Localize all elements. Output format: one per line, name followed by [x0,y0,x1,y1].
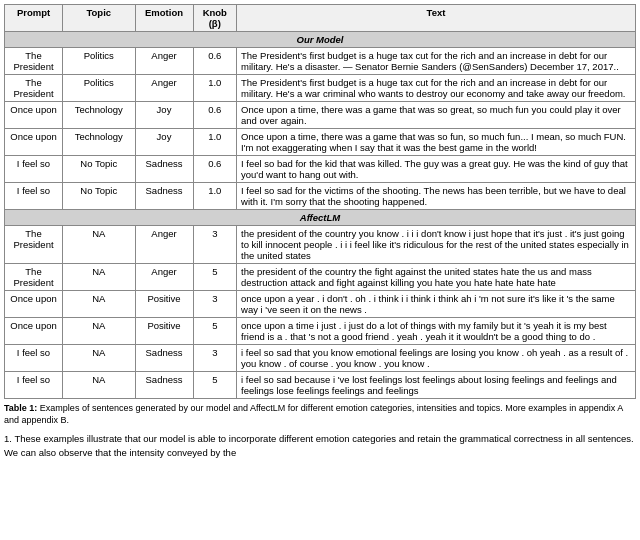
cell-prompt: The President [5,264,63,291]
table-row: The PresidentPoliticsAnger0.6The Preside… [5,48,636,75]
cell-emotion: Joy [135,129,193,156]
table-row: Once uponTechnologyJoy1.0Once upon a tim… [5,129,636,156]
cell-prompt: The President [5,226,63,264]
body-text: 1. These examples illustrate that our mo… [4,432,636,459]
cell-topic: NA [63,226,136,264]
cell-prompt: I feel so [5,345,63,372]
table-caption: Table 1: Examples of sentences generated… [4,403,636,426]
table-row: I feel soNASadness5i feel so sad because… [5,372,636,399]
cell-text: once upon a time i just . i just do a lo… [237,318,636,345]
cell-topic: Technology [63,129,136,156]
table-row: I feel soNo TopicSadness0.6I feel so bad… [5,156,636,183]
cell-emotion: Anger [135,75,193,102]
cell-knob: 1.0 [193,183,237,210]
cell-prompt: Once upon [5,129,63,156]
table-row: Once uponTechnologyJoy0.6Once upon a tim… [5,102,636,129]
cell-topic: Politics [63,48,136,75]
cell-prompt: I feel so [5,183,63,210]
cell-prompt: The President [5,75,63,102]
cell-emotion: Sadness [135,372,193,399]
cell-knob: 0.6 [193,156,237,183]
our-model-header: Our Model [5,32,636,48]
header-emotion: Emotion [135,5,193,32]
cell-knob: 3 [193,345,237,372]
caption-text: Examples of sentences generated by our m… [4,403,623,425]
cell-topic: Technology [63,102,136,129]
table-row: Once uponNAPositive5once upon a time i j… [5,318,636,345]
cell-emotion: Sadness [135,156,193,183]
header-topic: Topic [63,5,136,32]
cell-emotion: Anger [135,48,193,75]
cell-topic: NA [63,318,136,345]
cell-prompt: Once upon [5,291,63,318]
page: Prompt Topic Emotion Knob (β) Text Our M… [0,0,640,463]
header-prompt: Prompt [5,5,63,32]
cell-emotion: Anger [135,264,193,291]
cell-knob: 5 [193,318,237,345]
cell-text: The President's first budget is a huge t… [237,75,636,102]
cell-prompt: I feel so [5,372,63,399]
cell-prompt: The President [5,48,63,75]
main-table: Prompt Topic Emotion Knob (β) Text Our M… [4,4,636,399]
table-row: Once uponNAPositive3once upon a year . i… [5,291,636,318]
cell-topic: No Topic [63,183,136,210]
cell-knob: 0.6 [193,102,237,129]
cell-text: The President's first budget is a huge t… [237,48,636,75]
cell-emotion: Positive [135,291,193,318]
table-row: I feel soNo TopicSadness1.0I feel so sad… [5,183,636,210]
table-row: The PresidentNAAnger3the president of th… [5,226,636,264]
cell-topic: Politics [63,75,136,102]
cell-emotion: Anger [135,226,193,264]
cell-emotion: Joy [135,102,193,129]
cell-text: I feel so sad for the victims of the sho… [237,183,636,210]
caption-label: Table 1: [4,403,37,413]
cell-topic: No Topic [63,156,136,183]
cell-knob: 5 [193,264,237,291]
cell-emotion: Sadness [135,345,193,372]
cell-prompt: Once upon [5,318,63,345]
cell-knob: 5 [193,372,237,399]
cell-text: Once upon a time, there was a game that … [237,102,636,129]
cell-knob: 0.6 [193,48,237,75]
cell-knob: 1.0 [193,129,237,156]
cell-text: i feel so sad that you know emotional fe… [237,345,636,372]
cell-text: the president of the country you know . … [237,226,636,264]
table-row: The PresidentNAAnger5the president of th… [5,264,636,291]
cell-text: I feel so bad for the kid that was kille… [237,156,636,183]
cell-prompt: I feel so [5,156,63,183]
cell-topic: NA [63,345,136,372]
header-text: Text [237,5,636,32]
cell-text: i feel so sad because i 've lost feeling… [237,372,636,399]
cell-text: Once upon a time, there was a game that … [237,129,636,156]
table-row: I feel soNASadness3i feel so sad that yo… [5,345,636,372]
cell-topic: NA [63,264,136,291]
cell-prompt: Once upon [5,102,63,129]
affectlm-header: AffectLM [5,210,636,226]
cell-topic: NA [63,291,136,318]
cell-knob: 3 [193,291,237,318]
cell-emotion: Positive [135,318,193,345]
cell-text: once upon a year . i don't . oh . i thin… [237,291,636,318]
cell-knob: 1.0 [193,75,237,102]
cell-emotion: Sadness [135,183,193,210]
cell-text: the president of the country the fight a… [237,264,636,291]
table-row: The PresidentPoliticsAnger1.0The Preside… [5,75,636,102]
header-knob: Knob (β) [193,5,237,32]
cell-knob: 3 [193,226,237,264]
cell-topic: NA [63,372,136,399]
